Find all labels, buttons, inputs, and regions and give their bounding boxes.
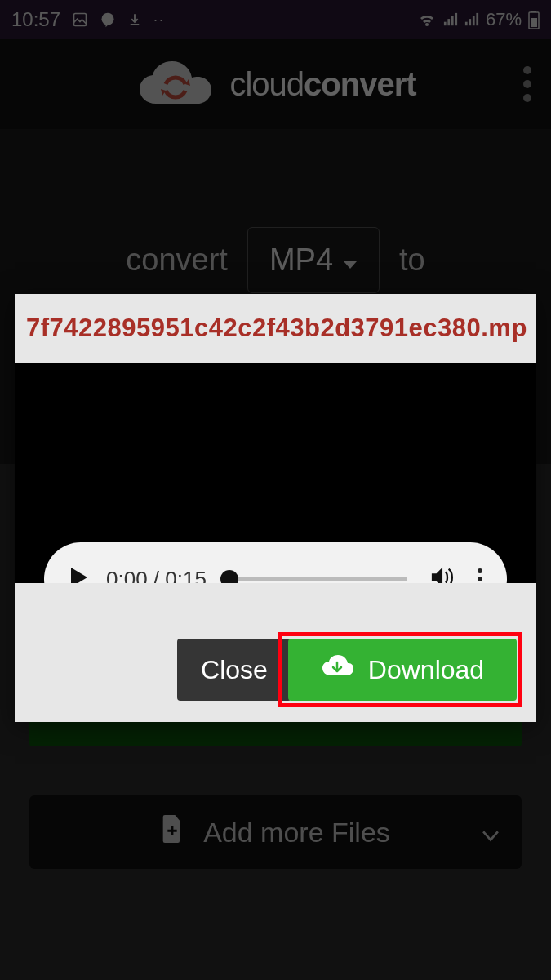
android-status-bar: 10:57 ·· 67% — [0, 0, 551, 39]
modal-footer: Close Download — [15, 583, 536, 722]
svg-point-1 — [102, 13, 114, 25]
messenger-icon — [100, 11, 116, 28]
svg-rect-9 — [476, 13, 478, 25]
status-more-icon: ·· — [153, 11, 165, 29]
chevron-down-icon — [482, 817, 499, 849]
svg-rect-7 — [469, 19, 471, 25]
player-time: 0:00 / 0:15 — [106, 567, 207, 584]
modal-header: 7f7422895951c42c2f43b2d3791ec380.mp — [15, 294, 536, 363]
svg-rect-5 — [455, 13, 457, 25]
wifi-icon — [417, 11, 437, 28]
add-files-label: Add more Files — [203, 817, 390, 849]
download-button[interactable]: Download — [288, 639, 517, 701]
signal-icon-1 — [443, 12, 458, 27]
file-plus-icon — [161, 815, 184, 849]
svg-rect-12 — [531, 18, 537, 27]
brand-logo: cloudconvert — [135, 60, 415, 109]
close-button[interactable]: Close — [177, 639, 291, 701]
format-value: MP4 — [269, 243, 333, 278]
cloud-refresh-icon — [135, 60, 216, 109]
player-more-icon[interactable] — [478, 568, 482, 583]
format-dropdown[interactable]: MP4 — [247, 227, 380, 293]
time-current: 0:00 — [106, 567, 148, 584]
svg-rect-2 — [444, 22, 447, 26]
brand-light: cloud — [229, 66, 304, 102]
close-label: Close — [201, 655, 268, 685]
brand-text: cloudconvert — [229, 66, 415, 103]
to-label: to — [399, 243, 425, 278]
download-icon — [127, 11, 142, 28]
status-time: 10:57 — [11, 8, 60, 31]
convert-label: convert — [126, 243, 228, 278]
signal-icon-2 — [464, 12, 479, 27]
media-player-bar: 0:00 / 0:15 — [44, 542, 507, 583]
svg-rect-3 — [447, 19, 450, 25]
volume-icon[interactable] — [430, 565, 456, 583]
svg-rect-6 — [465, 22, 468, 26]
battery-pct: 67% — [486, 9, 522, 30]
add-more-files-button[interactable]: Add more Files — [29, 795, 522, 869]
convert-row: convert MP4 to — [0, 227, 551, 293]
video-preview: 0:00 / 0:15 — [15, 363, 536, 583]
svg-rect-4 — [451, 16, 454, 26]
time-total: 0:15 — [165, 567, 207, 584]
svg-rect-8 — [473, 16, 475, 26]
status-left: 10:57 ·· — [11, 8, 165, 31]
download-modal: 7f7422895951c42c2f43b2d3791ec380.mp 0:00… — [15, 294, 536, 722]
chevron-down-icon — [343, 243, 358, 278]
app-header: cloudconvert — [0, 39, 551, 129]
gallery-icon — [72, 11, 88, 28]
cloud-download-icon — [321, 654, 353, 685]
download-label: Download — [368, 655, 484, 685]
seek-slider[interactable] — [229, 577, 407, 581]
kebab-menu-icon[interactable] — [523, 66, 531, 102]
play-icon[interactable] — [69, 566, 90, 583]
filename-label: 7f7422895951c42c2f43b2d3791ec380.mp — [26, 314, 527, 342]
status-right: 67% — [417, 9, 540, 30]
brand-bold: convert — [304, 66, 416, 102]
seek-thumb[interactable] — [220, 570, 238, 583]
battery-icon — [528, 11, 540, 29]
